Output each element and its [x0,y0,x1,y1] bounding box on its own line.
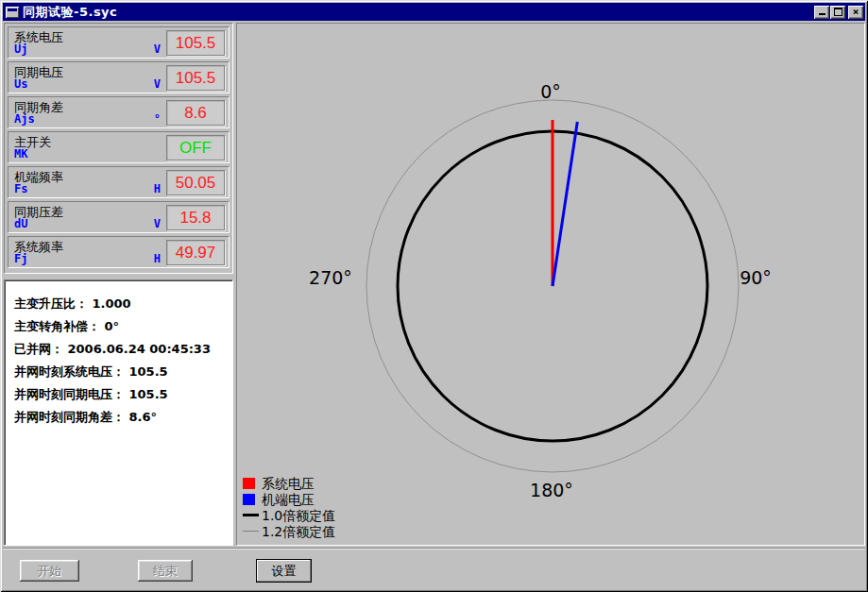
field-value: OFF [166,135,225,161]
title-bar[interactable]: 同期试验-5.syc × [3,3,865,21]
start-button[interactable]: 开始 [20,560,79,582]
info-line: 并网时刻同期电压： 105.5 [14,385,232,408]
field-unit: H [154,182,161,195]
info-line: 并网时刻同期角差： 8.6° [14,408,232,431]
field-value: 105.5 [166,30,225,56]
info-line: 主变升压比： 1.000 [14,295,232,317]
field-symbol: Uj [14,42,27,56]
field-value: 15.8 [166,205,225,230]
app-window: 同期试验-5.syc × 系统电压 Uj V 105.5 同期电压 Us V 1… [0,0,868,592]
tick-90: 90° [740,267,772,288]
field-symbol: Fj [14,252,27,265]
system-voltage-swatch [243,478,255,489]
legend-item-system-voltage: 系统电压 [243,475,335,491]
field-value: 50.05 [166,170,225,195]
machine-voltage-needle [553,122,577,286]
field-value: 105.5 [166,65,225,91]
field-value: 49.97 [166,240,225,265]
minimize-button[interactable] [814,6,829,19]
maximize-button[interactable] [830,6,845,19]
legend-item-machine-voltage: 机端电压 [243,491,335,507]
over-rated-line-swatch [243,531,259,532]
field-unit: H [154,252,161,265]
info-line: 主变转角补偿： 0° [14,317,232,340]
rated-line-swatch [243,514,259,516]
field-sync-voltage: 同期电压 Us V 105.5 [8,61,230,93]
field-sync-voltage-diff: 同期压差 dU V 15.8 [8,201,230,233]
field-unit: V [154,77,161,91]
field-value: 8.6 [166,100,225,126]
legend-label: 系统电压 [262,476,315,491]
field-main-switch: 主开关 MK OFF [8,131,230,163]
bottom-divider [3,548,865,550]
legend-label: 1.0倍额定值 [262,508,335,523]
field-system-voltage: 系统电压 Uj V 105.5 [8,26,230,59]
tick-180: 180° [530,480,573,500]
field-symbol: Fs [14,182,27,195]
field-symbol: MK [14,147,27,161]
field-symbol: dU [14,217,27,230]
end-button[interactable]: 结束 [138,560,193,582]
settings-button[interactable]: 设置 [256,559,312,583]
legend-label: 1.2倍额定值 [262,524,335,539]
gauge-legend: 系统电压 机端电压 1.0倍额定值 1.2倍额定值 [243,475,335,539]
field-machine-frequency: 机端频率 Fs H 50.05 [8,166,230,198]
window-title: 同期试验-5.syc [23,4,117,21]
legend-label: 机端电压 [262,492,315,507]
app-icon [6,7,19,18]
measurements-panel: 系统电压 Uj V 105.5 同期电压 Us V 105.5 同期角差 Ajs… [4,23,233,274]
field-system-frequency: 系统频率 Fj H 49.97 [8,236,230,268]
field-unit: V [154,217,161,230]
phase-gauge: 0° 90° 180° 270° [237,24,864,545]
tick-0: 0° [540,81,561,102]
grid-connection-info-panel: 主变升压比： 1.000 主变转角补偿： 0° 已并网： 2006.06.24 … [4,279,233,546]
machine-voltage-swatch [243,494,255,505]
close-button[interactable]: × [848,6,863,19]
info-line: 并网时刻系统电压： 105.5 [14,363,232,385]
field-sync-angle-diff: 同期角差 Ajs ° 8.6 [8,96,230,128]
field-symbol: Us [14,77,27,91]
legend-item-rated-circle: 1.0倍额定值 [243,507,335,523]
field-symbol: Ajs [14,112,35,126]
legend-item-over-rated-circle: 1.2倍额定值 [243,523,335,539]
phase-gauge-panel: 0° 90° 180° 270° 系统电压 机端电压 1.0倍额定值 1.2倍额… [236,23,865,546]
field-unit: V [154,42,161,56]
field-unit: ° [154,112,161,126]
info-line: 已并网： 2006.06.24 00:45:33 [14,340,232,363]
tick-270: 270° [309,267,352,288]
